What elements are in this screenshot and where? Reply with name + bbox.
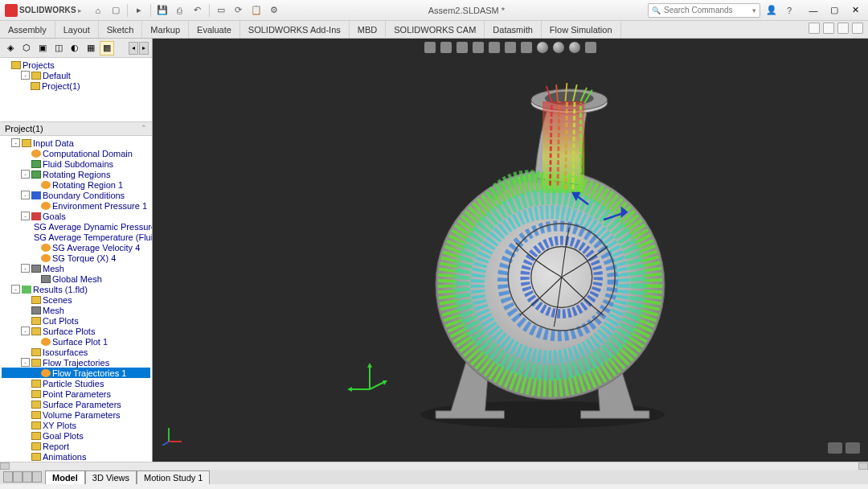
tree-section-header[interactable]: Project(1) ⌃ xyxy=(0,122,152,136)
tab-prev-icon[interactable] xyxy=(13,471,23,483)
tree-toggle-icon[interactable]: - xyxy=(21,358,30,367)
tree-item[interactable]: Point Parameters xyxy=(2,388,150,399)
tab-markup[interactable]: Markup xyxy=(142,21,189,38)
tree-item[interactable]: -Input Data xyxy=(2,138,150,148)
tab-sketch[interactable]: Sketch xyxy=(99,21,143,38)
tab-flow-simulation[interactable]: Flow Simulation xyxy=(542,21,621,38)
full-screen-icon[interactable] xyxy=(845,442,860,454)
tab-layout[interactable]: Layout xyxy=(55,21,99,38)
close-button[interactable]: ✕ xyxy=(845,3,865,18)
tree-toggle-icon[interactable]: - xyxy=(11,285,20,294)
tree-toggle-icon[interactable]: - xyxy=(21,212,30,220)
tab-motion-study[interactable]: Motion Study 1 xyxy=(137,471,210,484)
analysis-tree[interactable]: -Input DataComputational DomainFluid Sub… xyxy=(0,136,152,462)
undo-icon[interactable]: ↶ xyxy=(191,4,204,17)
select-icon[interactable]: ▭ xyxy=(215,4,227,17)
tree-item[interactable]: SG Average Temperature (Fluid) xyxy=(2,232,150,242)
tree-item[interactable]: Cut Plots xyxy=(2,315,150,326)
tree-item[interactable]: Surface Parameters xyxy=(2,399,150,409)
tree-item[interactable]: -Surface Plots xyxy=(2,326,150,336)
tree-toggle-icon[interactable]: - xyxy=(11,138,20,147)
tree-item[interactable]: SG Average Velocity 4 xyxy=(2,242,150,253)
minimize-button[interactable]: — xyxy=(804,3,823,18)
tab-addins[interactable]: SOLIDWORKS Add-Ins xyxy=(240,21,350,38)
zoom-fit-icon[interactable] xyxy=(424,42,436,53)
panel-nav-left-icon[interactable]: ◂ xyxy=(129,42,138,55)
tree-projects-root[interactable]: Projects xyxy=(2,60,150,70)
tree-default[interactable]: - Default xyxy=(2,70,150,80)
tree-item[interactable]: Rotating Region 1 xyxy=(2,179,150,190)
tree-item[interactable]: Computational Domain xyxy=(2,148,150,158)
scroll-left-icon[interactable] xyxy=(0,462,10,470)
scroll-right-icon[interactable] xyxy=(858,462,868,470)
tree-project1[interactable]: Project(1) xyxy=(2,80,150,91)
display-manager-tab-icon[interactable]: ◐ xyxy=(68,41,82,55)
tab-model[interactable]: Model xyxy=(45,471,85,484)
collapse-icon[interactable]: - xyxy=(21,71,30,80)
login-icon[interactable]: 👤 xyxy=(765,4,778,17)
maximize-button[interactable]: ▢ xyxy=(825,3,844,18)
tree-item[interactable]: Global Mesh xyxy=(2,273,150,284)
tree-item[interactable]: Mesh xyxy=(2,305,150,315)
open-file-icon[interactable]: ▸ xyxy=(133,4,145,17)
edit-appearance-icon[interactable] xyxy=(537,42,548,53)
tree-item[interactable]: Goal Plots xyxy=(2,430,150,441)
doc-restore-icon[interactable] xyxy=(837,23,849,34)
section-view-icon[interactable] xyxy=(473,42,484,53)
apply-scene-icon[interactable] xyxy=(553,42,564,53)
flow-sim-tab-icon[interactable]: ▩ xyxy=(100,41,114,55)
tree-item[interactable]: -Boundary Conditions xyxy=(2,190,150,200)
tab-datasmith[interactable]: Datasmith xyxy=(485,21,542,38)
viewport-layout-icon[interactable] xyxy=(585,42,596,53)
tab-first-icon[interactable] xyxy=(3,471,13,483)
3d-viewport[interactable]: ↖ xyxy=(153,39,868,462)
print-icon[interactable]: ⎙ xyxy=(174,4,186,17)
help-icon[interactable]: ? xyxy=(783,4,796,17)
tree-item[interactable]: Animations xyxy=(2,451,150,462)
display-style-icon[interactable] xyxy=(505,42,516,53)
tree-toggle-icon[interactable]: - xyxy=(21,191,30,199)
hide-show-icon[interactable] xyxy=(521,42,532,53)
dim-expert-tab-icon[interactable]: ◫ xyxy=(51,41,66,55)
tree-item[interactable]: Particle Studies xyxy=(2,378,150,388)
doc-close-icon[interactable] xyxy=(852,23,863,34)
recent-dropdown-icon[interactable]: ▸ xyxy=(78,6,82,14)
rotate-context-icon[interactable] xyxy=(828,442,842,454)
zoom-area-icon[interactable] xyxy=(440,42,452,53)
doc-wireframe-icon[interactable] xyxy=(809,23,820,34)
tree-item[interactable]: -Rotating Regions xyxy=(2,169,150,179)
file-properties-icon[interactable]: 📋 xyxy=(250,4,263,17)
tree-item[interactable]: Fluid Subdomains xyxy=(2,158,150,169)
tree-item[interactable]: -Mesh xyxy=(2,263,150,273)
tree-item[interactable]: -Results (1.fld) xyxy=(2,284,150,294)
home-icon[interactable]: ⌂ xyxy=(92,4,104,17)
tree-toggle-icon[interactable]: - xyxy=(21,170,30,179)
doc-minimize-icon[interactable] xyxy=(823,23,834,34)
feature-tree-tab-icon[interactable]: ◈ xyxy=(3,41,18,55)
tab-assembly[interactable]: Assembly xyxy=(0,21,55,38)
tree-item[interactable]: Isosurfaces xyxy=(2,347,150,357)
tab-cam[interactable]: SOLIDWORKS CAM xyxy=(386,21,485,38)
tab-evaluate[interactable]: Evaluate xyxy=(189,21,240,38)
tree-item[interactable]: -Goals xyxy=(2,211,150,221)
tree-item[interactable]: Report xyxy=(2,441,150,451)
cam-tree-tab-icon[interactable]: ▦ xyxy=(84,41,98,55)
tree-toggle-icon[interactable]: - xyxy=(21,264,30,273)
view-settings-icon[interactable] xyxy=(569,42,580,53)
tree-item[interactable]: Scenes xyxy=(2,294,150,305)
property-manager-tab-icon[interactable]: ⬡ xyxy=(19,41,34,55)
panel-nav-right-icon[interactable]: ▸ xyxy=(139,42,149,55)
tab-mbd[interactable]: MBD xyxy=(350,21,386,38)
collapse-header-icon[interactable]: ⌃ xyxy=(141,124,147,134)
tree-item[interactable]: -Flow Trajectories xyxy=(2,357,150,368)
tree-item[interactable]: XY Plots xyxy=(2,420,150,430)
tab-next-icon[interactable] xyxy=(23,471,32,483)
configuration-tab-icon[interactable]: ▣ xyxy=(35,41,50,55)
new-file-icon[interactable]: ▢ xyxy=(109,4,122,17)
tree-item[interactable]: Flow Trajectories 1 xyxy=(2,368,150,378)
rebuild-icon[interactable]: ⟳ xyxy=(232,4,245,17)
tab-last-icon[interactable] xyxy=(32,471,42,483)
scroll-track[interactable] xyxy=(10,462,858,470)
previous-view-icon[interactable] xyxy=(457,42,468,53)
tree-item[interactable]: Environment Pressure 1 xyxy=(2,200,150,211)
